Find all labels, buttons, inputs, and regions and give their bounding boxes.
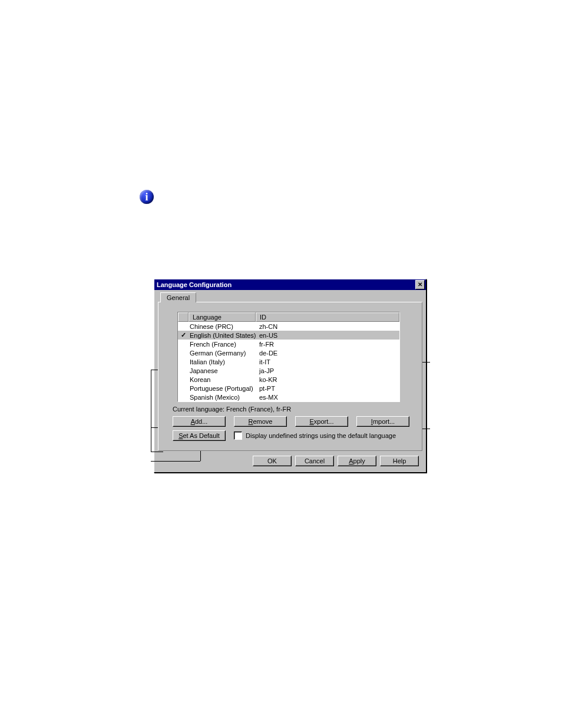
close-icon[interactable]: ✕ bbox=[415, 280, 425, 289]
cell-id: it-IT bbox=[257, 358, 399, 365]
annotation-line bbox=[200, 450, 201, 461]
current-language-label: Current language: French (France), fr-FR bbox=[173, 406, 411, 413]
cell-id: ko-KR bbox=[257, 376, 399, 383]
table-row[interactable]: Spanish (Mexico)es-MX bbox=[178, 393, 399, 401]
cell-language: Korean bbox=[189, 376, 257, 383]
table-row[interactable]: German (Germany)de-DE bbox=[178, 348, 399, 357]
display-undefined-checkbox[interactable] bbox=[234, 431, 242, 440]
info-icon: i bbox=[140, 190, 154, 204]
help-button[interactable]: Help bbox=[380, 456, 419, 466]
dialog-title: Language Configuration bbox=[157, 281, 232, 288]
remove-button[interactable]: Remove bbox=[234, 416, 287, 427]
cell-id: fr-FR bbox=[257, 341, 399, 348]
cell-language: Japanese bbox=[189, 367, 257, 374]
display-undefined-label: Display undefined strings using the defa… bbox=[246, 432, 396, 439]
cell-id: pt-PT bbox=[257, 385, 399, 392]
cell-language: German (Germany) bbox=[189, 350, 257, 357]
cell-id: zh-CN bbox=[257, 323, 399, 330]
col-check bbox=[178, 312, 189, 322]
apply-button[interactable]: Apply bbox=[338, 456, 376, 466]
cell-language: Portuguese (Portugal) bbox=[189, 385, 257, 392]
table-row[interactable]: Koreanko-KR bbox=[178, 375, 399, 384]
cell-id: de-DE bbox=[257, 350, 399, 357]
cell-id: ja-JP bbox=[257, 367, 399, 374]
col-language[interactable]: Language bbox=[189, 312, 256, 322]
cell-language: Chinese (PRC) bbox=[189, 323, 257, 330]
cell-language: English (United States) bbox=[189, 332, 257, 339]
table-row[interactable]: Italian (Italy)it-IT bbox=[178, 357, 399, 366]
col-id[interactable]: ID bbox=[256, 312, 399, 322]
table-row[interactable]: ✓English (United States)en-US bbox=[178, 331, 399, 340]
import-button[interactable]: Import... bbox=[356, 416, 409, 427]
language-configuration-dialog: Language Configuration ✕ General Languag… bbox=[154, 279, 427, 473]
cell-id: en-US bbox=[257, 332, 399, 339]
export-button[interactable]: Export... bbox=[295, 416, 348, 427]
tab-general[interactable]: General bbox=[160, 292, 196, 302]
checkmark-icon: ✓ bbox=[178, 331, 189, 339]
list-header: Language ID bbox=[178, 312, 399, 322]
cell-language: Italian (Italy) bbox=[189, 358, 257, 365]
set-as-default-button[interactable]: Set As Default bbox=[173, 430, 226, 441]
cell-language: French (France) bbox=[189, 341, 257, 348]
tab-panel-general: Language ID Chinese (PRC)zh-CN✓English (… bbox=[158, 302, 422, 451]
annotation-line bbox=[151, 461, 200, 462]
table-row[interactable]: Japaneseja-JP bbox=[178, 366, 399, 375]
cell-id: es-MX bbox=[257, 394, 399, 401]
table-row[interactable]: Chinese (PRC)zh-CN bbox=[178, 322, 399, 331]
titlebar: Language Configuration ✕ bbox=[154, 279, 426, 290]
cell-language: Spanish (Mexico) bbox=[189, 394, 257, 401]
add-button[interactable]: Add... bbox=[173, 416, 226, 427]
cancel-button[interactable]: Cancel bbox=[295, 456, 334, 466]
table-row[interactable]: Portuguese (Portugal)pt-PT bbox=[178, 384, 399, 393]
language-list[interactable]: Language ID Chinese (PRC)zh-CN✓English (… bbox=[177, 312, 400, 402]
table-row[interactable]: French (France)fr-FR bbox=[178, 340, 399, 348]
ok-button[interactable]: OK bbox=[253, 456, 292, 466]
